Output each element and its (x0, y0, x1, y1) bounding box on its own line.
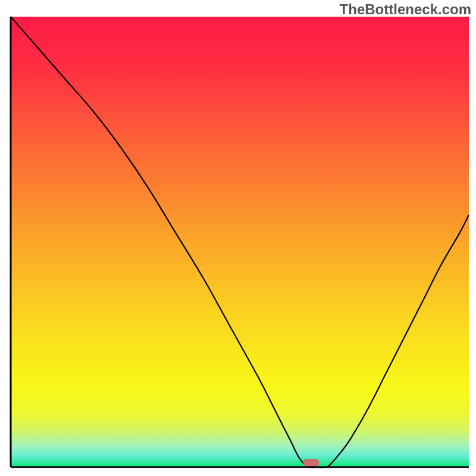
watermark-text: TheBottleneck.com (340, 1, 471, 18)
bottleneck-chart (0, 0, 476, 476)
chart-container: TheBottleneck.com (0, 0, 476, 476)
plot-background (11, 17, 469, 467)
optimal-marker (303, 459, 319, 467)
